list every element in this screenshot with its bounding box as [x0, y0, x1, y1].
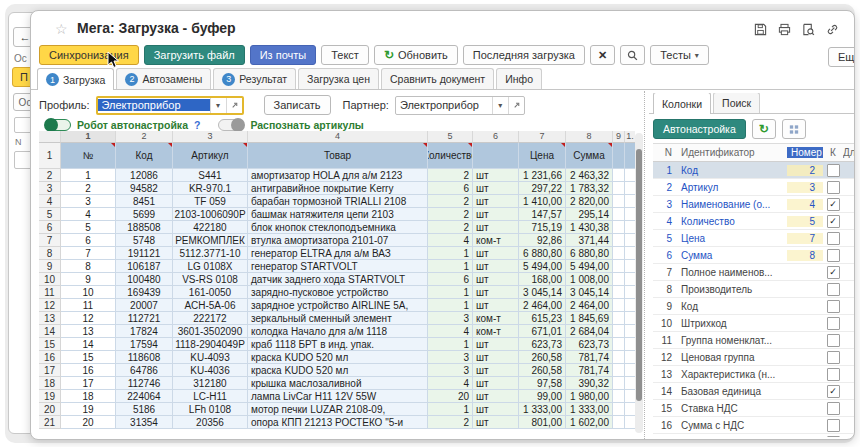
column-cell[interactable]: Полное наименов... — [677, 267, 787, 278]
column-row[interactable]: 15Ставка НДС — [653, 400, 854, 417]
grid-cell[interactable]: шт — [473, 260, 519, 273]
grid-cell[interactable]: 5748 — [116, 234, 173, 247]
grid-cell[interactable]: 12086 — [116, 169, 173, 182]
column-number[interactable]: 1. — [625, 131, 635, 143]
column-cell[interactable]: Артикул — [677, 182, 787, 193]
column-cell[interactable]: ✓ — [823, 215, 843, 228]
grid-cell[interactable] — [625, 169, 635, 182]
column-cell[interactable] — [823, 300, 843, 313]
favorite-star-icon[interactable]: ☆ — [55, 21, 68, 37]
column-checkbox[interactable] — [827, 351, 840, 364]
column-cell[interactable]: Наименование (о... — [677, 199, 787, 210]
grid-cell[interactable]: 3 — [61, 195, 116, 208]
grid-row[interactable]: 1615118608KU-4093краска KUDO 520 мл3шт26… — [39, 351, 635, 364]
column-cell[interactable]: 2 — [653, 182, 677, 193]
column-cell[interactable] — [823, 283, 843, 296]
column-row[interactable]: 13Характеристика (н... — [653, 366, 854, 383]
grid-row-number[interactable]: 21 — [39, 416, 61, 429]
grid-cell[interactable]: 20 — [61, 416, 116, 429]
grid-cell[interactable] — [613, 247, 625, 260]
link-icon[interactable] — [825, 22, 839, 36]
column-number[interactable]: 2 — [116, 131, 173, 143]
grid-cell[interactable]: 2 — [428, 195, 473, 208]
grid-cell[interactable]: 2 464,00 — [566, 299, 613, 312]
grid-row-number[interactable]: 6 — [39, 221, 61, 234]
grid-cell[interactable] — [625, 286, 635, 299]
grid-cell[interactable]: зарядное устройство AIRLINE 5A, — [248, 299, 428, 312]
column-cell[interactable]: 8 — [653, 284, 677, 295]
column-row[interactable]: 14Базовая единица✓ — [653, 383, 854, 400]
grid-row-number[interactable]: 4 — [39, 195, 61, 208]
print-icon[interactable] — [777, 22, 791, 36]
grid-cell[interactable] — [613, 169, 625, 182]
grid-row[interactable]: 20195186LFh 0108мотор печки LUZAR 2108-0… — [39, 403, 635, 416]
grid-cell[interactable] — [625, 416, 635, 429]
column-cell[interactable]: 3 — [653, 199, 677, 210]
grid-cell[interactable]: 11 — [61, 299, 116, 312]
column-row[interactable]: 17Номер ГТД — [653, 434, 854, 437]
column-cell[interactable]: Номер ГТД — [677, 437, 787, 438]
grid-cell[interactable] — [613, 299, 625, 312]
grid-cell[interactable]: 161-0050 — [173, 286, 248, 299]
grid-cell[interactable]: 1 — [428, 299, 473, 312]
grid-cell[interactable]: 781,74 — [566, 351, 613, 364]
grid-cell[interactable] — [625, 351, 635, 364]
grid-cell[interactable]: ком-т — [473, 325, 519, 338]
grid-cell[interactable]: лампа LivCar H11 12V 55W — [248, 390, 428, 403]
column-cell[interactable]: 3 — [787, 182, 823, 193]
load-file-button[interactable]: Загрузить файл — [144, 45, 245, 65]
grid-cell[interactable] — [613, 312, 625, 325]
grid-cell[interactable]: 1 845,69 — [566, 312, 613, 325]
grid-cell[interactable]: 9 — [61, 273, 116, 286]
grid-row-number[interactable]: 12 — [39, 299, 61, 312]
grid-row[interactable]: 1514175941118-2904049Ркраб 1118 БРТ в ин… — [39, 338, 635, 351]
grid-cell[interactable]: крышка маслозаливной — [248, 377, 428, 390]
header-product[interactable]: Товар — [248, 143, 428, 169]
grid-row[interactable]: 109100480VS-RS 0108датчик заднего хода S… — [39, 273, 635, 286]
column-cell[interactable]: Код — [677, 301, 787, 312]
grid-cell[interactable]: 1 410,00 — [519, 195, 566, 208]
grid-cell[interactable]: шт — [473, 364, 519, 377]
column-checkbox[interactable] — [827, 317, 840, 330]
grid-cell[interactable]: 1 602,00 — [566, 416, 613, 429]
grid-cell[interactable]: 2 — [428, 221, 473, 234]
column-cell[interactable]: 6 — [653, 250, 677, 261]
panel-splitter[interactable] — [644, 91, 645, 439]
column-cell[interactable]: Группа номенклат... — [677, 335, 787, 346]
grid-cell[interactable]: 169439 — [116, 286, 173, 299]
grid-cell[interactable]: амортизатор HOLA для а/м 2123 — [248, 169, 428, 182]
grid-cell[interactable]: 147,57 — [519, 208, 566, 221]
grid-cell[interactable]: 715,19 — [519, 221, 566, 234]
column-checkbox[interactable] — [827, 300, 840, 313]
column-cell[interactable]: 8 — [787, 250, 823, 261]
column-checkbox[interactable] — [827, 402, 840, 415]
grid-cell[interactable]: шт — [473, 299, 519, 312]
grid-cell[interactable] — [613, 273, 625, 286]
grid-cell[interactable]: шт — [473, 182, 519, 195]
grid-cell[interactable]: колодка Начало для а/м 1118 — [248, 325, 428, 338]
column-cell[interactable]: Базовая единица — [677, 386, 787, 397]
column-number[interactable]: 5 — [428, 131, 473, 143]
grid-cell[interactable]: 295,14 — [566, 208, 613, 221]
grid-cell[interactable]: шт — [473, 195, 519, 208]
column-cell[interactable]: Характеристика (н... — [677, 369, 787, 380]
grid-cell[interactable]: датчик заднего хода STARTVOLT — [248, 273, 428, 286]
column-cell[interactable]: 13 — [653, 369, 677, 380]
column-cell[interactable]: 7 — [787, 233, 823, 244]
grid-cell[interactable]: 390,32 — [566, 377, 613, 390]
header-empty[interactable] — [613, 143, 625, 169]
grid-cell[interactable]: шт — [473, 416, 519, 429]
grid-cell[interactable]: 64786 — [116, 364, 173, 377]
grid-cell[interactable] — [625, 260, 635, 273]
grid-row[interactable]: 1312112721222172зеркальный сменный элеме… — [39, 312, 635, 325]
row-header[interactable]: 1 — [39, 143, 61, 169]
grid-row-number[interactable]: 8 — [39, 247, 61, 260]
tab-zagruzka[interactable]: 1Загрузка — [37, 68, 114, 90]
header-code[interactable]: Код — [116, 143, 173, 169]
grid-cell[interactable]: шт — [473, 377, 519, 390]
header-number[interactable]: № — [61, 143, 116, 169]
tab-info[interactable]: Инфо — [496, 68, 542, 89]
grid-cell[interactable]: 6 880,80 — [519, 247, 566, 260]
grid-cell[interactable] — [625, 208, 635, 221]
grid-row-number[interactable]: 3 — [39, 182, 61, 195]
